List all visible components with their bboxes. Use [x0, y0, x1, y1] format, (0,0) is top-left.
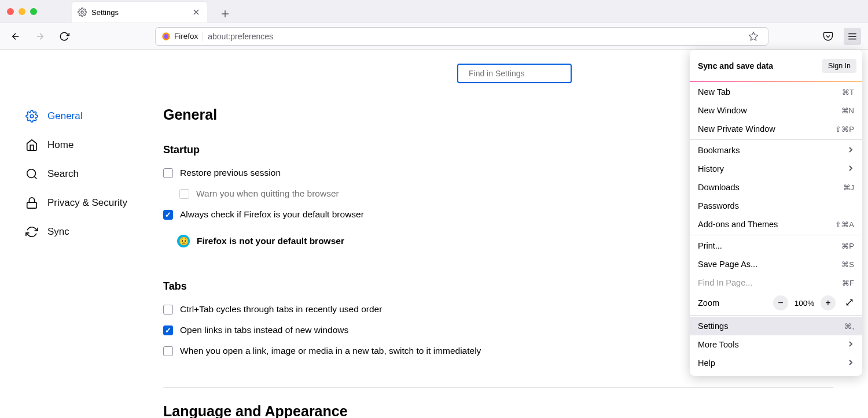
- urlbar-chip-label: Firefox: [174, 32, 198, 40]
- menu-item-shortcut: ⇧⌘P: [835, 125, 854, 134]
- menu-bookmarks[interactable]: Bookmarks: [690, 141, 862, 160]
- search-icon: [25, 168, 38, 180]
- menu-item-label: Settings: [698, 321, 728, 331]
- arrow-right-icon: [35, 31, 45, 42]
- menu-find-in-page[interactable]: Find In Page... ⌘F: [690, 273, 862, 292]
- menu-separator: [690, 81, 862, 82]
- nav-forward-button[interactable]: [31, 28, 49, 45]
- menu-item-shortcut: ⌘S: [841, 260, 854, 269]
- zoom-out-button[interactable]: −: [773, 295, 788, 310]
- checkbox-label: Ctrl+Tab cycles through tabs in recently…: [180, 304, 382, 315]
- sync-icon: [25, 225, 38, 238]
- menu-item-label: Print...: [698, 241, 722, 250]
- menu-downloads[interactable]: Downloads ⌘J: [690, 178, 862, 197]
- open-links-tabs-checkbox[interactable]: [163, 325, 173, 335]
- menu-new-private-window[interactable]: New Private Window ⇧⌘P: [690, 120, 862, 138]
- sidebar-item-label: Privacy & Security: [47, 197, 127, 209]
- tab-strip: Settings: [72, 0, 234, 23]
- chevron-right-icon: [847, 340, 854, 349]
- checkbox-label: Open links in tabs instead of new window…: [180, 325, 348, 335]
- urlbar-text[interactable]: about:preferences: [208, 32, 740, 41]
- menu-new-window[interactable]: New Window ⌘N: [690, 101, 862, 120]
- menu-item-label: Save Page As...: [698, 260, 757, 269]
- switch-immediate-checkbox[interactable]: [163, 346, 173, 356]
- nav-reload-button[interactable]: [56, 28, 73, 45]
- checkbox-label: Restore previous session: [180, 168, 281, 178]
- window-maximize[interactable]: [30, 8, 37, 15]
- ctrl-tab-checkbox[interactable]: [163, 305, 173, 315]
- plus-icon: [221, 10, 229, 18]
- checkbox-label: Warn you when quitting the browser: [196, 188, 339, 199]
- sidebar-item-label: Search: [47, 168, 79, 180]
- window-minimize[interactable]: [19, 8, 25, 15]
- tab-close-button[interactable]: [191, 7, 201, 17]
- menu-item-label: Bookmarks: [698, 146, 740, 155]
- sidebar-item-label: Home: [47, 139, 73, 151]
- menu-item-label: New Tab: [698, 87, 730, 97]
- sidebar-item-label: General: [47, 110, 82, 122]
- app-menu-button[interactable]: [844, 28, 861, 45]
- menu-print[interactable]: Print... ⌘P: [690, 236, 862, 255]
- svg-point-0: [81, 11, 83, 13]
- menu-item-shortcut: ⌘N: [841, 106, 854, 115]
- menu-passwords[interactable]: Passwords: [690, 197, 862, 215]
- nav-back-button[interactable]: [7, 28, 24, 45]
- url-bar[interactable]: Firefox about:preferences: [155, 27, 768, 46]
- new-tab-button[interactable]: [216, 5, 234, 23]
- bookmark-star-button[interactable]: [745, 31, 762, 42]
- sidebar-item-sync[interactable]: Sync: [25, 217, 144, 246]
- menu-item-label: New Private Window: [698, 124, 775, 134]
- fullscreen-button[interactable]: [845, 298, 854, 309]
- settings-search-input[interactable]: [469, 69, 570, 78]
- sidebar-item-general[interactable]: General: [25, 102, 144, 131]
- home-icon: [25, 139, 38, 151]
- sign-in-button[interactable]: Sign In: [822, 59, 856, 73]
- app-menu-panel: Sync and save data Sign In New Tab ⌘T Ne…: [690, 50, 862, 376]
- restore-session-checkbox[interactable]: [163, 168, 173, 178]
- window-close[interactable]: [7, 8, 14, 15]
- warn-quit-checkbox: [179, 189, 189, 199]
- zoom-label: Zoom: [698, 298, 773, 308]
- menu-separator: [690, 315, 862, 316]
- browser-tab-settings[interactable]: Settings: [72, 2, 207, 23]
- window-titlebar: Settings: [0, 0, 868, 23]
- menu-item-label: Passwords: [698, 201, 739, 210]
- checkbox-label: Always check if Firefox is your default …: [180, 209, 364, 220]
- gear-icon: [25, 110, 38, 123]
- checkbox-label: When you open a link, image or media in …: [180, 346, 481, 356]
- sidebar-item-privacy[interactable]: Privacy & Security: [25, 188, 144, 217]
- menu-more-tools[interactable]: More Tools: [690, 335, 862, 354]
- menu-item-shortcut: ⌘T: [842, 88, 854, 97]
- urlbar-identity-chip[interactable]: Firefox: [161, 32, 203, 41]
- menu-save-as[interactable]: Save Page As... ⌘S: [690, 255, 862, 273]
- menu-help[interactable]: Help: [690, 354, 862, 372]
- menu-item-shortcut: ⇧⌘A: [835, 220, 854, 229]
- sidebar-item-home[interactable]: Home: [25, 131, 144, 160]
- svg-rect-16: [27, 202, 37, 208]
- menu-item-shortcut: ⌘J: [843, 183, 855, 192]
- menu-addons[interactable]: Add-ons and Themes ⇧⌘A: [690, 215, 862, 234]
- not-default-text: Firefox is not your default browser: [197, 236, 344, 246]
- menu-item-label: Add-ons and Themes: [698, 220, 778, 229]
- sidebar-item-search[interactable]: Search: [25, 160, 144, 188]
- check-default-checkbox[interactable]: [163, 210, 173, 220]
- menu-item-label: Find In Page...: [698, 278, 752, 287]
- lock-icon: [25, 197, 38, 209]
- fullscreen-icon: [845, 298, 854, 307]
- menu-item-label: Help: [698, 358, 715, 368]
- zoom-in-button[interactable]: +: [821, 295, 836, 310]
- reload-icon: [59, 31, 69, 42]
- menu-new-tab[interactable]: New Tab ⌘T: [690, 83, 862, 101]
- tab-title: Settings: [91, 8, 119, 17]
- settings-search[interactable]: [457, 64, 572, 83]
- svg-point-8: [164, 34, 168, 39]
- menu-history[interactable]: History: [690, 160, 862, 178]
- star-icon: [748, 31, 759, 42]
- menu-item-label: Downloads: [698, 183, 740, 192]
- settings-sidebar: General Home Search Privacy & Security S…: [0, 50, 144, 418]
- menu-settings[interactable]: Settings ⌘,: [690, 317, 862, 335]
- menu-item-shortcut: ⌘F: [842, 279, 854, 287]
- pocket-button[interactable]: [819, 28, 837, 45]
- menu-item-label: More Tools: [698, 340, 739, 349]
- chevron-right-icon: [847, 358, 854, 368]
